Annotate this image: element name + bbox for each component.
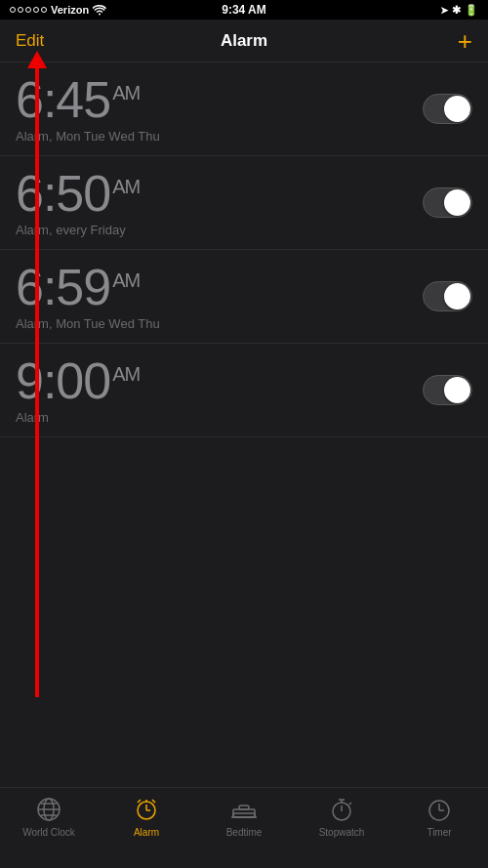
add-alarm-button[interactable]: + (458, 28, 472, 54)
timer-label: Timer (427, 827, 451, 838)
wifi-icon (93, 5, 106, 16)
alarm-item-2: 6:50AM Alarm, every Friday (0, 156, 488, 250)
alarm-ampm-2: AM (112, 176, 140, 197)
alarm-info-4: 9:00AM Alarm (16, 355, 423, 425)
toggle-knob-1 (444, 96, 470, 122)
alarm-time-1: 6:45AM (16, 74, 423, 125)
alarm-time-3: 6:59AM (16, 262, 423, 312)
alarm-info-3: 6:59AM Alarm, Mon Tue Wed Thu (16, 262, 423, 331)
alarm-info-2: 6:50AM Alarm, every Friday (16, 168, 423, 237)
signal-dot-3 (25, 7, 31, 13)
status-bar: Verizon 9:34 AM ➤ ✱ 🔋 (0, 0, 488, 20)
toggle-knob-3 (444, 283, 470, 310)
tab-timer[interactable]: Timer (400, 796, 478, 838)
svg-rect-14 (239, 806, 249, 809)
alarm-item-4: 9:00AM Alarm (0, 344, 488, 437)
svg-line-9 (152, 800, 155, 803)
alarm-label-4: Alarm (16, 410, 423, 425)
toggle-knob-2 (444, 189, 470, 216)
alarm-time-2: 6:50AM (16, 168, 423, 219)
alarm-item-3: 6:59AM Alarm, Mon Tue Wed Thu (0, 250, 488, 344)
alarm-tab-icon (133, 796, 160, 823)
signal-dots (10, 7, 47, 13)
stopwatch-icon (328, 796, 355, 823)
alarm-tab-label: Alarm (134, 827, 159, 838)
toggle-knob-4 (444, 377, 470, 403)
edit-button[interactable]: Edit (16, 31, 44, 51)
alarm-label-2: Alarm, every Friday (16, 223, 423, 237)
alarm-label-3: Alarm, Mon Tue Wed Thu (16, 316, 423, 331)
alarm-ampm-4: AM (112, 363, 140, 385)
alarm-ampm-1: AM (112, 82, 140, 103)
nav-header: Edit Alarm + (0, 20, 488, 62)
svg-line-8 (138, 800, 141, 803)
status-left: Verizon (10, 4, 106, 16)
page-title: Alarm (221, 31, 267, 51)
tab-bedtime[interactable]: Bedtime (205, 796, 283, 838)
battery-icon: 🔋 (465, 4, 478, 17)
signal-dot-1 (10, 7, 16, 13)
alarm-toggle-2[interactable] (423, 187, 472, 218)
world-clock-icon (35, 796, 62, 823)
world-clock-label: World Clock (22, 827, 75, 838)
signal-dot-4 (33, 7, 39, 13)
location-icon: ➤ (440, 5, 448, 16)
status-time: 9:34 AM (222, 3, 266, 17)
timer-icon (426, 796, 453, 823)
svg-line-19 (349, 803, 351, 805)
alarm-list: 6:45AM Alarm, Mon Tue Wed Thu 6:50AM Ala… (0, 62, 488, 437)
annotation-arrow (35, 62, 39, 697)
signal-dot-2 (18, 7, 23, 13)
bluetooth-icon: ✱ (452, 4, 461, 17)
alarm-time-4: 9:00AM (16, 355, 423, 406)
alarm-label-1: Alarm, Mon Tue Wed Thu (16, 129, 423, 144)
alarm-toggle-3[interactable] (423, 281, 472, 311)
tab-alarm[interactable]: Alarm (107, 796, 185, 838)
alarm-ampm-3: AM (112, 269, 140, 291)
tab-bar: World Clock Alarm Bedtime (0, 787, 488, 868)
stopwatch-label: Stopwatch (319, 827, 365, 838)
carrier-label: Verizon (51, 4, 89, 16)
alarm-toggle-4[interactable] (423, 375, 472, 405)
tab-stopwatch[interactable]: Stopwatch (303, 796, 381, 838)
status-right: ➤ ✱ 🔋 (440, 4, 478, 17)
alarm-info-1: 6:45AM Alarm, Mon Tue Wed Thu (16, 74, 423, 144)
alarm-toggle-1[interactable] (423, 94, 472, 124)
bedtime-icon (230, 796, 258, 823)
alarm-item-1: 6:45AM Alarm, Mon Tue Wed Thu (0, 62, 488, 156)
tab-world-clock[interactable]: World Clock (10, 796, 88, 838)
bedtime-label: Bedtime (226, 827, 263, 838)
signal-dot-5 (41, 7, 47, 13)
